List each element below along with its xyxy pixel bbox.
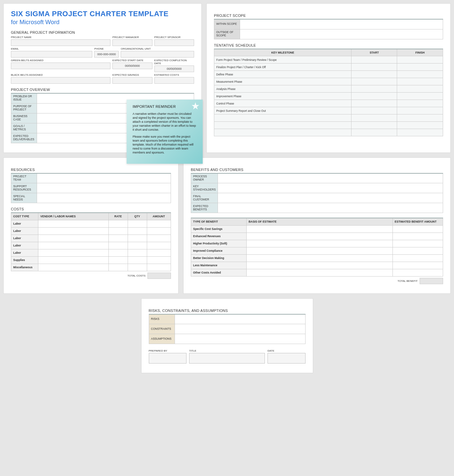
benefit-cell[interactable] — [392, 233, 443, 240]
input-project-manager[interactable] — [112, 39, 152, 46]
benefit-cell[interactable] — [392, 269, 443, 276]
milestone-cell[interactable]: Measurement Phase — [214, 78, 351, 85]
start-cell[interactable] — [351, 56, 397, 64]
row-value[interactable] — [218, 203, 443, 213]
cost-cell[interactable] — [128, 242, 147, 249]
cost-cell[interactable] — [128, 220, 147, 227]
cost-cell[interactable] — [108, 249, 128, 256]
input-project-sponsor[interactable] — [154, 39, 194, 46]
milestone-cell[interactable] — [214, 114, 351, 122]
cost-cell[interactable] — [38, 264, 109, 271]
start-cell[interactable] — [351, 78, 397, 85]
benefit-cell[interactable] — [246, 225, 392, 233]
input-project-name[interactable] — [11, 39, 110, 46]
cost-cell[interactable] — [128, 249, 147, 256]
input-black-belts[interactable] — [11, 77, 110, 84]
costs-total-value[interactable] — [148, 273, 171, 279]
input-green-belts[interactable] — [11, 63, 110, 69]
input-phone[interactable]: 000-000-0000 — [94, 51, 119, 58]
benefit-cell[interactable] — [246, 262, 392, 269]
start-cell[interactable] — [351, 122, 397, 129]
cost-cell[interactable] — [108, 227, 128, 235]
cost-cell[interactable] — [147, 227, 171, 235]
start-cell[interactable] — [351, 129, 397, 136]
milestone-cell[interactable] — [214, 129, 351, 136]
benefit-cell[interactable] — [246, 233, 392, 240]
row-value[interactable] — [240, 29, 443, 39]
row-value[interactable] — [37, 183, 171, 193]
cost-cell[interactable] — [128, 235, 147, 242]
start-cell[interactable] — [351, 71, 397, 78]
cost-cell[interactable] — [128, 227, 147, 235]
finish-cell[interactable] — [397, 71, 443, 78]
cost-cell[interactable] — [147, 220, 171, 227]
benefit-total-value[interactable] — [420, 278, 443, 284]
finish-cell[interactable] — [397, 78, 443, 85]
benefit-cell[interactable] — [392, 240, 443, 247]
milestone-cell[interactable]: Control Phase — [214, 100, 351, 107]
cost-cell[interactable] — [38, 256, 109, 264]
sig-date-box[interactable] — [268, 353, 306, 364]
cost-cell[interactable] — [108, 235, 128, 242]
milestone-cell[interactable]: Analysis Phase — [214, 85, 351, 93]
input-exp-start[interactable]: 00/00/0000 — [112, 63, 152, 69]
cost-cell[interactable] — [108, 242, 128, 249]
cost-cell[interactable] — [147, 242, 171, 249]
row-value[interactable] — [218, 193, 443, 203]
milestone-cell[interactable]: Improvement Phase — [214, 93, 351, 100]
start-cell[interactable] — [351, 93, 397, 100]
input-est-costs[interactable] — [154, 77, 194, 84]
row-value[interactable] — [218, 173, 443, 183]
row-value[interactable] — [37, 193, 171, 203]
row-value[interactable] — [37, 173, 171, 183]
finish-cell[interactable] — [397, 114, 443, 122]
start-cell[interactable] — [351, 107, 397, 114]
row-value[interactable] — [175, 314, 305, 324]
start-cell[interactable] — [351, 114, 397, 122]
benefit-cell[interactable] — [246, 254, 392, 262]
start-cell[interactable] — [351, 85, 397, 93]
benefit-cell[interactable] — [246, 269, 392, 276]
finish-cell[interactable] — [397, 100, 443, 107]
benefit-cell[interactable] — [246, 247, 392, 254]
input-org-unit[interactable] — [121, 51, 194, 58]
benefit-cell[interactable] — [246, 240, 392, 247]
finish-cell[interactable] — [397, 85, 443, 93]
start-cell[interactable] — [351, 100, 397, 107]
benefit-cell[interactable] — [392, 254, 443, 262]
cost-cell[interactable] — [38, 227, 109, 235]
milestone-cell[interactable]: Define Phase — [214, 71, 351, 78]
cost-cell[interactable] — [128, 264, 147, 271]
sig-prepared-box[interactable] — [149, 353, 187, 364]
input-email[interactable] — [11, 51, 92, 58]
benefit-cell[interactable] — [392, 262, 443, 269]
cost-cell[interactable] — [108, 256, 128, 264]
finish-cell[interactable] — [397, 56, 443, 64]
cost-cell[interactable] — [147, 264, 171, 271]
cost-cell[interactable] — [108, 264, 128, 271]
milestone-cell[interactable]: Form Project Team / Preliminary Review /… — [214, 56, 351, 64]
finish-cell[interactable] — [397, 64, 443, 71]
cost-cell[interactable] — [38, 220, 109, 227]
benefit-cell[interactable] — [392, 247, 443, 254]
row-value[interactable] — [175, 334, 305, 344]
cost-cell[interactable] — [147, 256, 171, 264]
sig-title-box[interactable] — [189, 353, 265, 364]
cost-cell[interactable] — [147, 235, 171, 242]
finish-cell[interactable] — [397, 122, 443, 129]
row-value[interactable] — [175, 324, 305, 334]
cost-cell[interactable] — [108, 220, 128, 227]
milestone-cell[interactable]: Finalize Project Plan / Charter / Kick O… — [214, 64, 351, 71]
row-value[interactable] — [240, 19, 443, 29]
cost-cell[interactable] — [147, 249, 171, 256]
cost-cell[interactable] — [128, 256, 147, 264]
cost-cell[interactable] — [38, 249, 109, 256]
milestone-cell[interactable]: Project Summary Report and Close Out — [214, 107, 351, 114]
cost-cell[interactable] — [38, 242, 109, 249]
cost-cell[interactable] — [38, 235, 109, 242]
milestone-cell[interactable] — [214, 122, 351, 129]
finish-cell[interactable] — [397, 129, 443, 136]
finish-cell[interactable] — [397, 93, 443, 100]
benefit-cell[interactable] — [392, 225, 443, 233]
finish-cell[interactable] — [397, 107, 443, 114]
